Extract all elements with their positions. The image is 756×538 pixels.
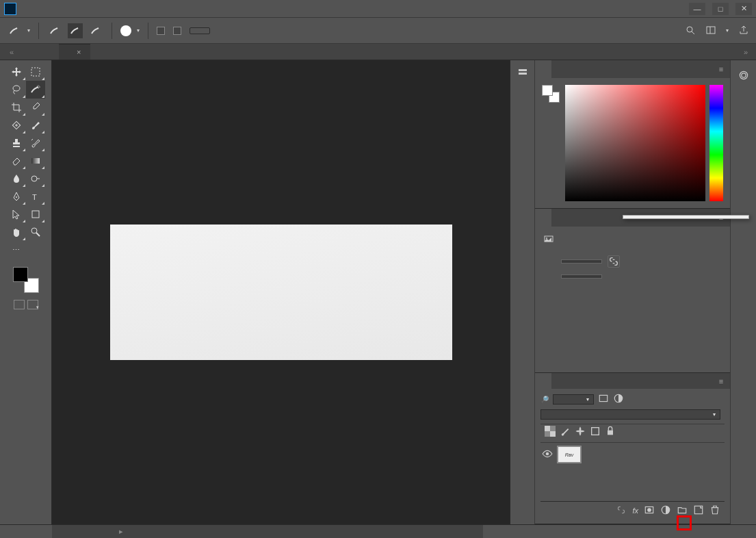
healing-tool[interactable] [7,116,26,134]
quick-mask-icon[interactable] [14,300,25,309]
select-and-mask-button[interactable] [190,27,210,34]
svg-rect-12 [519,69,527,71]
path-selection-tool[interactable] [7,205,26,223]
panel-menu-icon[interactable]: ≡ [712,373,730,389]
close-tab-icon[interactable]: × [77,48,81,56]
link-layers-icon[interactable] [616,504,627,517]
panel-menu-icon[interactable]: ≡ [712,60,730,78]
main-area: T ⋯ ▾ [0,60,756,524]
edit-toolbar[interactable]: ⋯ [7,241,26,259]
filter-search-icon[interactable]: 🔎 [540,396,549,403]
cc-libraries-icon[interactable] [738,70,749,82]
marquee-tool[interactable] [26,63,45,81]
shape-tool[interactable] [26,205,45,223]
document-tab[interactable]: × [59,44,90,60]
color-tab[interactable] [535,60,551,78]
expand-left-chevrons-icon[interactable]: « [5,44,18,60]
svg-rect-10 [32,211,39,218]
color-field[interactable] [565,85,705,201]
swatches-tab[interactable] [551,60,568,78]
close-button[interactable]: ✕ [735,3,752,15]
workspace-icon[interactable] [705,25,716,37]
svg-rect-1 [707,27,715,34]
gradient-tool[interactable] [26,152,45,170]
layer-fx-icon[interactable]: fx [632,507,638,515]
properties-tab[interactable] [535,209,551,227]
expand-right-chevrons-icon[interactable]: » [740,44,752,60]
new-selection-icon[interactable] [47,23,62,38]
lock-position-icon[interactable] [575,426,586,438]
screen-mode-icon[interactable]: ▾ [27,300,38,309]
filter-kind-dropdown[interactable]: ▾ [553,394,594,405]
link-dimensions-icon[interactable] [608,255,620,268]
lasso-tool[interactable] [7,81,26,99]
visibility-icon[interactable] [542,448,551,461]
channels-tab[interactable] [551,373,568,389]
stamp-tool[interactable] [7,134,26,152]
eraser-tool[interactable] [7,152,26,170]
hand-tool[interactable] [7,223,26,241]
eyedropper-tool[interactable] [26,99,45,116]
type-tool[interactable]: T [26,188,45,205]
svg-point-7 [31,176,37,181]
status-more-icon[interactable]: ▸ [119,527,123,536]
new-layer-icon[interactable] [693,504,704,517]
foreground-color-swatch[interactable] [13,267,28,282]
layer-thumbnail[interactable]: Rav [557,446,582,463]
maximize-button[interactable]: □ [712,3,729,15]
canvas-area[interactable] [52,60,510,524]
adjustments-tab[interactable] [551,209,568,227]
lock-all-icon[interactable] [605,426,616,438]
paths-tab[interactable] [568,373,584,389]
brush-dropdown-icon[interactable]: ▾ [137,27,140,34]
filter-adjustment-icon[interactable] [613,393,624,405]
auto-enhance-checkbox[interactable] [173,27,184,35]
history-brush-tool[interactable] [26,134,45,152]
zoom-tool[interactable] [26,223,45,241]
blur-tool[interactable] [7,170,26,188]
group-icon[interactable] [677,504,688,517]
svg-rect-19 [545,426,550,431]
svg-point-11 [31,228,37,233]
hue-slider[interactable] [709,85,723,201]
crop-tool[interactable] [7,99,26,116]
properties-panel: ≡ [535,209,730,373]
trash-icon[interactable] [709,504,720,517]
svg-point-25 [647,508,651,512]
quick-selection-tool[interactable] [26,81,45,99]
x-input[interactable] [561,274,602,279]
svg-rect-22 [608,431,613,435]
pixel-layer-icon [543,233,554,246]
lock-paint-icon[interactable] [560,426,571,438]
search-icon[interactable] [685,25,696,37]
options-bar: ▾ ▾ ▾ [0,18,756,44]
svg-rect-20 [550,431,556,437]
layer-row[interactable]: Rav [540,443,725,466]
workspace-dropdown-icon[interactable]: ▾ [726,27,729,34]
layers-tab[interactable] [535,373,551,389]
add-selection-icon[interactable] [68,23,83,38]
sample-all-layers-checkbox[interactable] [157,27,168,35]
lock-transparency-icon[interactable] [545,426,556,438]
history-panel-icon[interactable] [517,67,528,79]
dropdown-arrow-icon[interactable]: ▾ [27,27,30,34]
layer-mask-icon[interactable] [644,504,655,517]
layers-panel: ≡ 🔎 ▾ ▾ [535,373,730,524]
brush-tool[interactable] [26,116,45,134]
far-right-strip [730,60,756,524]
adjustment-layer-icon[interactable] [660,504,671,517]
foreground-background-swatches[interactable] [13,267,39,293]
subtract-selection-icon[interactable] [88,23,103,38]
dodge-tool[interactable] [26,170,45,188]
filter-pixel-icon[interactable] [598,393,609,405]
share-icon[interactable] [738,25,749,37]
pen-tool[interactable] [7,188,26,205]
blend-mode-dropdown[interactable]: ▾ [540,409,720,420]
width-input[interactable] [561,259,602,264]
move-tool[interactable] [7,63,26,81]
document-canvas[interactable] [110,225,452,360]
lock-artboard-icon[interactable] [590,426,601,438]
brush-preview[interactable] [120,25,131,36]
minimize-button[interactable]: — [689,3,705,15]
tool-preset-icon[interactable] [7,23,22,38]
